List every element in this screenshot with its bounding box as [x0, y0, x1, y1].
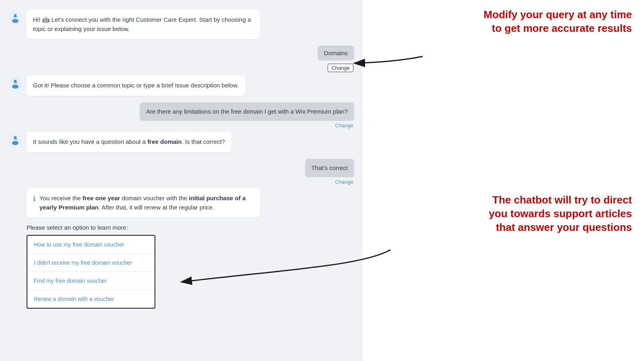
svg-point-12 [12, 141, 19, 145]
change-button-domains[interactable]: Change [328, 64, 353, 72]
info-icon: ℹ [33, 194, 35, 204]
options-list: How to use my free domain voucher I didn… [27, 235, 155, 309]
annotation-bottom: The chatbot will try to directyou toward… [489, 193, 632, 234]
options-label: Please select an option to learn more: [27, 224, 354, 231]
svg-point-9 [17, 81, 18, 82]
bot-message-clarify: It sounds like you have a question about… [8, 132, 354, 152]
svg-point-14 [17, 137, 18, 139]
correct-bubble: That's correct [305, 159, 354, 178]
user-message-correct: That's correct Change [8, 159, 354, 185]
chat-container[interactable]: Hi! 🤖 Let's connect you with the right C… [0, 0, 362, 361]
bot-avatar-2 [8, 76, 23, 91]
bot-avatar-3 [8, 133, 23, 147]
bot-message-greeting: Hi! 🤖 Let's connect you with the right C… [8, 10, 354, 39]
options-container: Please select an option to learn more: H… [27, 224, 354, 309]
annotation-top: Modify your query at any timeto get more… [484, 8, 632, 35]
option-item-2[interactable]: Find my free domain voucher [27, 272, 155, 290]
option-item-1[interactable]: I didn't receive my free domain voucher [27, 254, 155, 272]
svg-point-7 [12, 85, 19, 89]
svg-point-3 [13, 15, 14, 17]
change-button-domains-wrapper: Change [328, 62, 353, 72]
option-item-3[interactable]: Renew a domain with a voucher [27, 290, 155, 308]
bot-message-topic-confirm: Got it! Please choose a common topic or … [8, 75, 354, 96]
svg-point-2 [12, 19, 19, 23]
user-message-domains: Domains Change [8, 46, 354, 72]
change-link-correct[interactable]: Change [335, 179, 353, 185]
question-bubble: Are there any limitations on the free do… [140, 102, 354, 121]
greeting-bubble: Hi! 🤖 Let's connect you with the right C… [27, 10, 260, 39]
domains-bubble: Domains [318, 46, 354, 60]
svg-point-13 [13, 137, 14, 139]
svg-point-8 [13, 81, 14, 82]
option-item-0[interactable]: How to use my free domain voucher [27, 236, 155, 254]
user-message-question: Are there any limitations on the free do… [8, 102, 354, 129]
svg-point-4 [17, 15, 18, 17]
annotation-area: Modify your query at any timeto get more… [362, 0, 644, 361]
bot-avatar [8, 10, 23, 25]
change-link-question[interactable]: Change [335, 122, 353, 129]
info-bubble: ℹ You receive the free one year domain v… [27, 188, 260, 218]
clarify-bubble: It sounds like you have a question about… [27, 132, 231, 152]
topic-confirm-bubble: Got it! Please choose a common topic or … [27, 75, 245, 96]
